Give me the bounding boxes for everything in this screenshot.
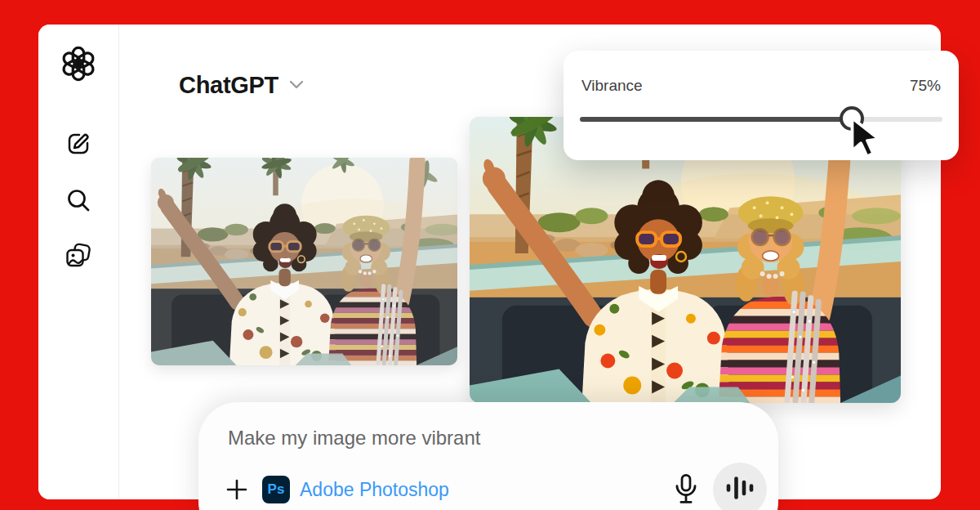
photoshop-badge-icon: Ps — [262, 476, 290, 503]
plus-icon[interactable] — [225, 477, 249, 502]
microphone-icon[interactable] — [670, 472, 702, 507]
voice-mode-button[interactable] — [713, 463, 767, 510]
library-icon[interactable] — [64, 241, 93, 271]
vibrance-panel: Vibrance 75% — [564, 51, 959, 160]
vibrance-label: Vibrance — [581, 77, 643, 95]
composer-card: Make my image more vibrant Ps Adobe Phot… — [198, 402, 778, 510]
openai-logo — [60, 45, 97, 83]
before-image — [151, 158, 457, 365]
chevron-down-icon[interactable] — [287, 74, 306, 97]
photoshop-app-name: Adobe Photoshop — [300, 479, 449, 501]
vibrance-slider-knob[interactable] — [840, 106, 864, 131]
promo-canvas: ChatGPT Vibrance 75% Make my — [0, 0, 980, 510]
vibrance-slider[interactable] — [580, 117, 942, 122]
prompt-input[interactable]: Make my image more vibrant — [228, 427, 749, 450]
new-chat-icon[interactable] — [64, 129, 93, 159]
voice-mode-icon — [724, 476, 755, 503]
vibrance-value: 75% — [910, 77, 941, 95]
page-title: ChatGPT — [179, 72, 278, 99]
vibrance-slider-fill — [580, 117, 852, 122]
photoshop-app-chip[interactable]: Ps Adobe Photoshop — [262, 476, 449, 503]
search-icon[interactable] — [64, 186, 93, 215]
sidebar — [38, 25, 119, 499]
model-picker[interactable]: ChatGPT — [179, 72, 306, 99]
